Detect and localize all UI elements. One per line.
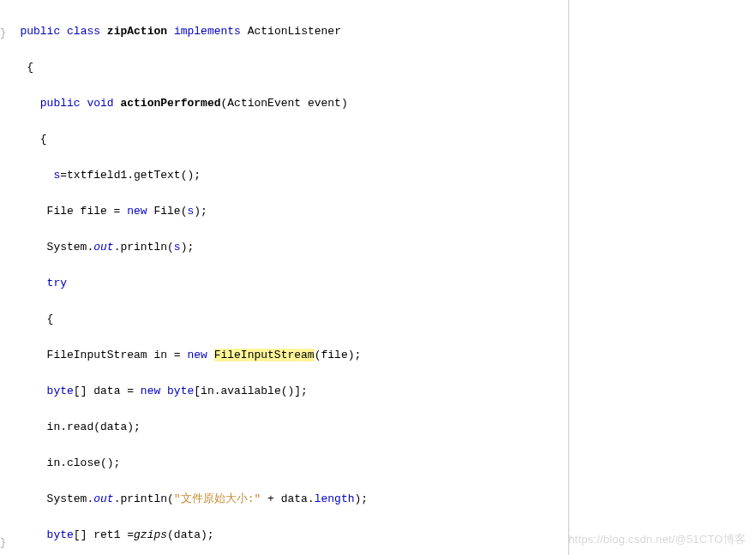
code-line: public class zipAction implements Action… [0, 22, 615, 40]
code-line: public void actionPerformed(ActionEvent … [0, 94, 615, 112]
code-line: { [0, 310, 615, 328]
code-line: { [0, 130, 615, 148]
code-line: try [0, 274, 615, 292]
code-line: System.out.println(s); [0, 238, 615, 256]
code-line: FileInputStream in = new FileInputStream… [0, 346, 615, 364]
code-line: byte[] data = new byte[in.available()]; [0, 382, 615, 400]
watermark-text: https://blog.csdn.net/@51CTO博客 [568, 530, 746, 548]
code-line: byte[] ret1 =gzips(data); [0, 526, 615, 544]
code-line: { [0, 58, 615, 76]
code-line: s=txtfield1.getText(); [0, 166, 615, 184]
code-line: System.out.println("文件原始大小:" + data.leng… [0, 490, 615, 508]
code-line: in.close(); [0, 454, 615, 472]
code-line: in.read(data); [0, 418, 615, 436]
highlighted-token: FileInputStream [214, 349, 315, 361]
code-editor[interactable]: public class zipAction implements Action… [0, 4, 615, 555]
code-line: File file = new File(s); [0, 202, 615, 220]
